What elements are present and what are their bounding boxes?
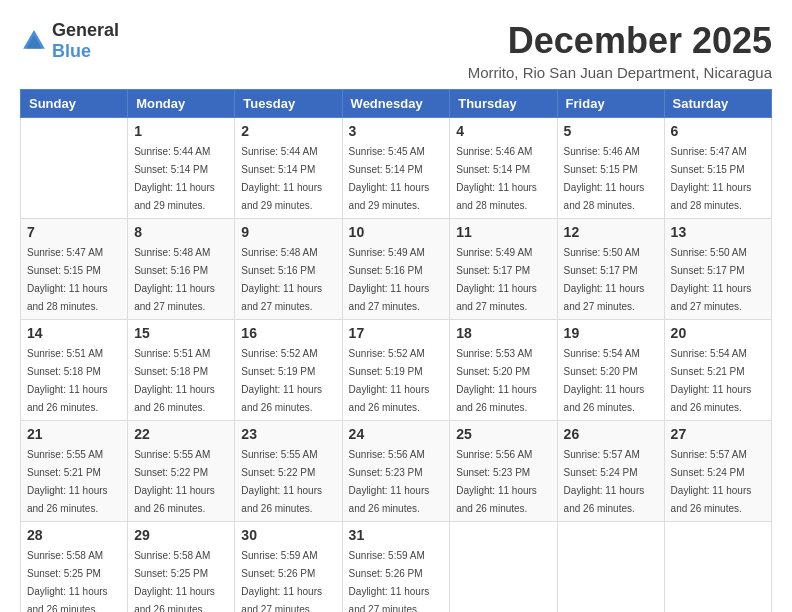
calendar-cell: 17 Sunrise: 5:52 AMSunset: 5:19 PMDaylig… (342, 320, 450, 421)
day-of-week-header: Monday (128, 90, 235, 118)
calendar-week-row: 14 Sunrise: 5:51 AMSunset: 5:18 PMDaylig… (21, 320, 772, 421)
day-number: 24 (349, 426, 444, 442)
calendar-cell: 14 Sunrise: 5:51 AMSunset: 5:18 PMDaylig… (21, 320, 128, 421)
day-number: 29 (134, 527, 228, 543)
day-of-week-header: Wednesday (342, 90, 450, 118)
day-info: Sunrise: 5:57 AMSunset: 5:24 PMDaylight:… (564, 449, 645, 514)
day-number: 2 (241, 123, 335, 139)
day-number: 1 (134, 123, 228, 139)
day-number: 31 (349, 527, 444, 543)
day-info: Sunrise: 5:49 AMSunset: 5:17 PMDaylight:… (456, 247, 537, 312)
day-number: 3 (349, 123, 444, 139)
day-number: 7 (27, 224, 121, 240)
day-info: Sunrise: 5:48 AMSunset: 5:16 PMDaylight:… (241, 247, 322, 312)
day-info: Sunrise: 5:57 AMSunset: 5:24 PMDaylight:… (671, 449, 752, 514)
calendar-cell: 12 Sunrise: 5:50 AMSunset: 5:17 PMDaylig… (557, 219, 664, 320)
day-info: Sunrise: 5:54 AMSunset: 5:21 PMDaylight:… (671, 348, 752, 413)
calendar-cell: 24 Sunrise: 5:56 AMSunset: 5:23 PMDaylig… (342, 421, 450, 522)
calendar-cell: 29 Sunrise: 5:58 AMSunset: 5:25 PMDaylig… (128, 522, 235, 613)
calendar-cell: 18 Sunrise: 5:53 AMSunset: 5:20 PMDaylig… (450, 320, 557, 421)
calendar-cell: 26 Sunrise: 5:57 AMSunset: 5:24 PMDaylig… (557, 421, 664, 522)
month-title: December 2025 (468, 20, 772, 62)
day-number: 4 (456, 123, 550, 139)
calendar-cell: 2 Sunrise: 5:44 AMSunset: 5:14 PMDayligh… (235, 118, 342, 219)
day-number: 8 (134, 224, 228, 240)
calendar-cell (21, 118, 128, 219)
calendar-table: SundayMondayTuesdayWednesdayThursdayFrid… (20, 89, 772, 612)
calendar-cell: 25 Sunrise: 5:56 AMSunset: 5:23 PMDaylig… (450, 421, 557, 522)
day-number: 23 (241, 426, 335, 442)
calendar-cell: 5 Sunrise: 5:46 AMSunset: 5:15 PMDayligh… (557, 118, 664, 219)
calendar-cell: 15 Sunrise: 5:51 AMSunset: 5:18 PMDaylig… (128, 320, 235, 421)
day-number: 25 (456, 426, 550, 442)
day-of-week-header: Thursday (450, 90, 557, 118)
logo-text-general: General (52, 20, 119, 40)
calendar-cell (664, 522, 771, 613)
location-title: Morrito, Rio San Juan Department, Nicara… (468, 64, 772, 81)
day-of-week-header: Sunday (21, 90, 128, 118)
day-number: 21 (27, 426, 121, 442)
title-area: December 2025 Morrito, Rio San Juan Depa… (468, 20, 772, 81)
calendar-cell: 20 Sunrise: 5:54 AMSunset: 5:21 PMDaylig… (664, 320, 771, 421)
day-info: Sunrise: 5:48 AMSunset: 5:16 PMDaylight:… (134, 247, 215, 312)
calendar-cell: 22 Sunrise: 5:55 AMSunset: 5:22 PMDaylig… (128, 421, 235, 522)
calendar-week-row: 28 Sunrise: 5:58 AMSunset: 5:25 PMDaylig… (21, 522, 772, 613)
day-number: 19 (564, 325, 658, 341)
calendar-week-row: 1 Sunrise: 5:44 AMSunset: 5:14 PMDayligh… (21, 118, 772, 219)
calendar-cell: 4 Sunrise: 5:46 AMSunset: 5:14 PMDayligh… (450, 118, 557, 219)
day-number: 9 (241, 224, 335, 240)
day-number: 17 (349, 325, 444, 341)
day-info: Sunrise: 5:44 AMSunset: 5:14 PMDaylight:… (241, 146, 322, 211)
day-info: Sunrise: 5:51 AMSunset: 5:18 PMDaylight:… (27, 348, 108, 413)
day-info: Sunrise: 5:52 AMSunset: 5:19 PMDaylight:… (241, 348, 322, 413)
calendar-week-row: 21 Sunrise: 5:55 AMSunset: 5:21 PMDaylig… (21, 421, 772, 522)
day-number: 27 (671, 426, 765, 442)
calendar-header: SundayMondayTuesdayWednesdayThursdayFrid… (21, 90, 772, 118)
calendar-cell (450, 522, 557, 613)
calendar-cell: 1 Sunrise: 5:44 AMSunset: 5:14 PMDayligh… (128, 118, 235, 219)
calendar-cell: 30 Sunrise: 5:59 AMSunset: 5:26 PMDaylig… (235, 522, 342, 613)
day-number: 10 (349, 224, 444, 240)
calendar-cell: 11 Sunrise: 5:49 AMSunset: 5:17 PMDaylig… (450, 219, 557, 320)
day-info: Sunrise: 5:56 AMSunset: 5:23 PMDaylight:… (456, 449, 537, 514)
logo-icon (20, 27, 48, 55)
calendar-cell: 6 Sunrise: 5:47 AMSunset: 5:15 PMDayligh… (664, 118, 771, 219)
day-info: Sunrise: 5:55 AMSunset: 5:22 PMDaylight:… (241, 449, 322, 514)
day-info: Sunrise: 5:50 AMSunset: 5:17 PMDaylight:… (564, 247, 645, 312)
day-info: Sunrise: 5:51 AMSunset: 5:18 PMDaylight:… (134, 348, 215, 413)
calendar-cell: 31 Sunrise: 5:59 AMSunset: 5:26 PMDaylig… (342, 522, 450, 613)
day-number: 12 (564, 224, 658, 240)
day-info: Sunrise: 5:46 AMSunset: 5:14 PMDaylight:… (456, 146, 537, 211)
day-info: Sunrise: 5:59 AMSunset: 5:26 PMDaylight:… (349, 550, 430, 612)
calendar-cell: 23 Sunrise: 5:55 AMSunset: 5:22 PMDaylig… (235, 421, 342, 522)
calendar-week-row: 7 Sunrise: 5:47 AMSunset: 5:15 PMDayligh… (21, 219, 772, 320)
day-number: 30 (241, 527, 335, 543)
day-info: Sunrise: 5:53 AMSunset: 5:20 PMDaylight:… (456, 348, 537, 413)
day-number: 15 (134, 325, 228, 341)
calendar-body: 1 Sunrise: 5:44 AMSunset: 5:14 PMDayligh… (21, 118, 772, 613)
day-info: Sunrise: 5:58 AMSunset: 5:25 PMDaylight:… (27, 550, 108, 612)
calendar-cell: 19 Sunrise: 5:54 AMSunset: 5:20 PMDaylig… (557, 320, 664, 421)
day-info: Sunrise: 5:49 AMSunset: 5:16 PMDaylight:… (349, 247, 430, 312)
day-info: Sunrise: 5:54 AMSunset: 5:20 PMDaylight:… (564, 348, 645, 413)
day-info: Sunrise: 5:55 AMSunset: 5:22 PMDaylight:… (134, 449, 215, 514)
day-number: 14 (27, 325, 121, 341)
day-number: 11 (456, 224, 550, 240)
day-number: 28 (27, 527, 121, 543)
day-number: 20 (671, 325, 765, 341)
day-number: 16 (241, 325, 335, 341)
day-info: Sunrise: 5:47 AMSunset: 5:15 PMDaylight:… (671, 146, 752, 211)
day-info: Sunrise: 5:55 AMSunset: 5:21 PMDaylight:… (27, 449, 108, 514)
day-info: Sunrise: 5:47 AMSunset: 5:15 PMDaylight:… (27, 247, 108, 312)
calendar-cell: 9 Sunrise: 5:48 AMSunset: 5:16 PMDayligh… (235, 219, 342, 320)
day-number: 6 (671, 123, 765, 139)
day-info: Sunrise: 5:59 AMSunset: 5:26 PMDaylight:… (241, 550, 322, 612)
calendar-cell: 10 Sunrise: 5:49 AMSunset: 5:16 PMDaylig… (342, 219, 450, 320)
day-of-week-header: Saturday (664, 90, 771, 118)
day-info: Sunrise: 5:50 AMSunset: 5:17 PMDaylight:… (671, 247, 752, 312)
days-of-week-row: SundayMondayTuesdayWednesdayThursdayFrid… (21, 90, 772, 118)
calendar-cell (557, 522, 664, 613)
day-number: 26 (564, 426, 658, 442)
day-info: Sunrise: 5:45 AMSunset: 5:14 PMDaylight:… (349, 146, 430, 211)
calendar-cell: 3 Sunrise: 5:45 AMSunset: 5:14 PMDayligh… (342, 118, 450, 219)
